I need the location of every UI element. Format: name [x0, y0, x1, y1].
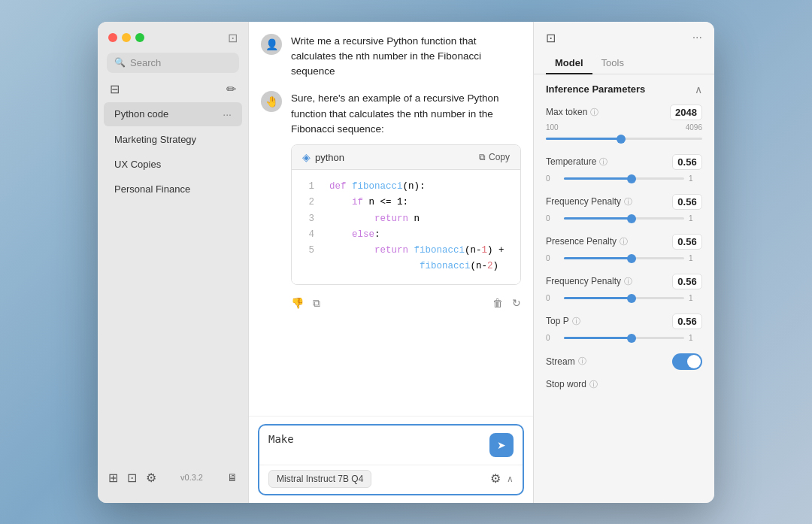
user-message-text: Write me a recursive Python function tha… [291, 34, 521, 80]
max-token-value: 2048 [670, 104, 702, 120]
sidebar-toggle-icon[interactable]: ⊡ [228, 31, 238, 45]
presence-penalty-info-icon[interactable]: ⓘ [620, 236, 628, 247]
panel-header-left: ⊡ [546, 31, 556, 45]
send-icon: ➤ [497, 439, 506, 451]
sidebar-item-personal-finance[interactable]: Personal Finance [104, 177, 242, 201]
max-token-info-icon[interactable]: ⓘ [590, 107, 598, 118]
frequency-penalty-slider-row: 0 1 [546, 213, 702, 225]
frequency-penalty-2-slider-row: 0 1 [546, 292, 702, 304]
close-button[interactable] [108, 33, 117, 42]
param-presence-penalty-header: Presence Penalty ⓘ 0.56 [546, 234, 702, 250]
user-message: 👤 Write me a recursive Python function t… [261, 34, 521, 80]
code-header: ◈ python ⧉ Copy [292, 145, 520, 170]
temperature-slider[interactable] [564, 173, 684, 185]
collapse-section-icon[interactable]: ∧ [695, 83, 702, 95]
frequency-penalty-2-slider[interactable] [564, 292, 684, 304]
sidebar-item-python-code[interactable]: Python code ··· [104, 102, 242, 126]
param-frequency-penalty-2: Frequency Penalty ⓘ 0.56 0 1 [546, 274, 702, 304]
presence-penalty-value: 0.56 [672, 234, 702, 250]
presence-penalty-slider-row: 0 1 [546, 253, 702, 265]
param-max-token: Max token ⓘ 2048 100 4096 [546, 104, 702, 145]
presence-penalty-slider[interactable] [564, 253, 684, 265]
copy-icon: ⧉ [479, 152, 486, 162]
code-line-4: 4 else: [302, 227, 510, 243]
settings-icon[interactable]: ⚙ [490, 471, 501, 486]
tab-tools[interactable]: Tools [592, 53, 633, 74]
monitor-icon[interactable]: 🖥 [227, 471, 238, 483]
sidebar-actions: ⊟ ✏ [98, 82, 248, 102]
input-footer: Mistral Instruct 7B Q4 ⚙ ∧ [259, 465, 523, 494]
app-window: ⊡ 🔍 Search ⊟ ✏ Python code ··· Marketing… [98, 22, 714, 503]
sidebar-item-marketing-strategy[interactable]: Marketing Strategy [104, 128, 242, 151]
delete-icon[interactable]: 🗑 [492, 297, 503, 309]
stream-info-icon[interactable]: ⓘ [578, 356, 586, 367]
param-top-p-header: Top P ⓘ 0.56 [546, 313, 702, 329]
stop-word-row: Stop word ⓘ [546, 379, 702, 390]
panel-header: ⊡ ··· [534, 22, 714, 45]
collapse-input-icon[interactable]: ∧ [507, 474, 514, 484]
sidebar-item-label: Python code [114, 108, 168, 120]
code-line-2: 2 if n <= 1: [302, 195, 510, 211]
send-button[interactable]: ➤ [489, 433, 514, 457]
frequency-penalty-slider[interactable] [564, 213, 684, 225]
frequency-penalty-value: 0.56 [672, 194, 702, 210]
chat-input[interactable]: Make [268, 433, 483, 445]
input-footer-icons: ⚙ ∧ [490, 471, 514, 486]
thumbs-down-icon[interactable]: 👎 [291, 297, 304, 309]
param-frequency-penalty-2-header: Frequency Penalty ⓘ 0.56 [546, 274, 702, 289]
minimize-button[interactable] [122, 33, 131, 42]
version-label: v0.3.2 [180, 473, 203, 482]
code-line-1: 1 def fibonacci(n): [302, 179, 510, 195]
param-temperature-header: Temperature ⓘ 0.56 [546, 154, 702, 170]
top-p-slider[interactable] [564, 332, 684, 344]
param-top-p-label: Top P ⓘ [546, 316, 580, 327]
grid-icon[interactable]: ⊞ [108, 471, 118, 485]
assistant-message: 🤚 Sure, here's an example of a recursive… [261, 91, 521, 309]
stop-word-info-icon[interactable]: ⓘ [589, 379, 598, 390]
refresh-icon[interactable]: ↻ [512, 297, 521, 309]
copy-label: Copy [489, 152, 510, 162]
panel-more-icon[interactable]: ··· [692, 31, 702, 44]
param-frequency-penalty: Frequency Penalty ⓘ 0.56 0 1 [546, 194, 702, 225]
frequency-penalty-2-value: 0.56 [672, 274, 702, 289]
sidebar-item-menu-icon[interactable]: ··· [223, 108, 232, 120]
frequency-penalty-info-icon[interactable]: ⓘ [624, 196, 632, 207]
temperature-value: 0.56 [672, 154, 702, 170]
chat-messages: 👤 Write me a recursive Python function t… [249, 22, 533, 416]
stream-row: Stream ⓘ [546, 353, 702, 370]
tab-model[interactable]: Model [546, 53, 592, 74]
stream-toggle[interactable] [672, 353, 702, 370]
copy-button[interactable]: ⧉ Copy [479, 152, 510, 162]
titlebar: ⊡ [98, 31, 248, 53]
temperature-min-label: 0 [546, 174, 559, 183]
stream-label: Stream ⓘ [546, 356, 586, 367]
max-token-slider[interactable] [546, 133, 702, 145]
top-p-info-icon[interactable]: ⓘ [572, 316, 580, 327]
copy-message-icon[interactable]: ⧉ [313, 297, 320, 310]
sidebar-item-label: Personal Finance [114, 183, 190, 195]
gear-icon[interactable]: ⚙ [146, 471, 156, 485]
frequency-penalty-2-info-icon[interactable]: ⓘ [624, 276, 632, 287]
panel-toggle-icon[interactable]: ⊡ [546, 31, 556, 45]
panel-body: Inference Parameters ∧ Max token ⓘ 2048 … [534, 74, 714, 503]
model-selector[interactable]: Mistral Instruct 7B Q4 [268, 470, 371, 488]
edit-icon[interactable]: ✏ [226, 82, 236, 96]
sidebar-item-ux-copies[interactable]: UX Copies [104, 153, 242, 176]
code-icon: ◈ [302, 151, 311, 163]
traffic-lights [108, 33, 144, 42]
top-p-slider-row: 0 1 [546, 332, 702, 344]
input-row: Make ➤ [259, 426, 523, 465]
panel-tabs: Model Tools [534, 45, 714, 74]
sidebar-footer-icons: ⊞ ⊡ ⚙ [108, 471, 156, 485]
search-icon: 🔍 [114, 57, 126, 68]
temperature-slider-row: 0 1 [546, 173, 702, 185]
terminal-icon[interactable]: ⊡ [127, 471, 137, 485]
sidebar: ⊡ 🔍 Search ⊟ ✏ Python code ··· Marketing… [98, 22, 248, 503]
archive-icon[interactable]: ⊟ [110, 82, 120, 96]
param-max-token-label: Max token ⓘ [546, 107, 598, 118]
temperature-info-icon[interactable]: ⓘ [599, 156, 607, 168]
maximize-button[interactable] [135, 33, 144, 42]
sidebar-item-label: UX Copies [114, 159, 161, 170]
assistant-message-content: Sure, here's an example of a recursive P… [291, 91, 521, 309]
search-bar[interactable]: 🔍 Search [107, 53, 239, 73]
